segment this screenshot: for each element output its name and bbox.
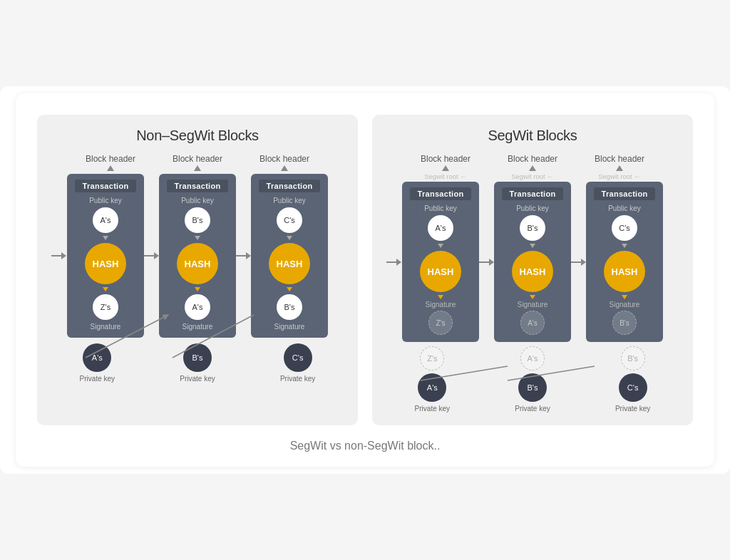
tx-label-2: Transaction bbox=[167, 180, 227, 192]
key-circle-3: C's bbox=[277, 207, 302, 233]
segwit-title: SegWit Blocks bbox=[488, 128, 577, 144]
caption: SegWit vs non-SegWit block.. bbox=[290, 440, 441, 452]
seg-spacer-h2 bbox=[571, 154, 581, 180]
arrow-down-gold-1 bbox=[103, 287, 108, 291]
non-segwit-section: Non–SegWit Blocks Block header Block hea… bbox=[37, 115, 358, 425]
arrow-down-gold-2 bbox=[195, 287, 200, 291]
hash-circle-2: HASH bbox=[177, 243, 218, 284]
seg-arrow-gold-2 bbox=[530, 295, 535, 299]
seg-header-col-1: Block header Segwit root ← bbox=[407, 154, 484, 180]
h-arrow-head-1 bbox=[154, 252, 159, 259]
segwit-ext-sigs: Z's A's B's A's Private key bbox=[382, 346, 683, 413]
seg-arrow-gold-1 bbox=[438, 295, 443, 299]
seg-pub-key-1: Public key bbox=[424, 204, 457, 212]
key-circle-2: B's bbox=[185, 207, 210, 233]
seg-tx-label-2: Transaction bbox=[502, 187, 562, 200]
sig-label-2: Signature bbox=[182, 323, 213, 331]
seg-sig-circle-inline-2: A's bbox=[520, 311, 545, 335]
h-arrow-head-2 bbox=[246, 252, 251, 259]
arrow-down-3 bbox=[287, 236, 292, 240]
seg-sig-circle-inline-1: Z's bbox=[428, 311, 453, 335]
tx-block-1: Transaction Public key A's HASH Z's Sign… bbox=[67, 174, 144, 338]
tx-label-3: Transaction bbox=[259, 180, 319, 192]
seg-block-header-1: Block header bbox=[421, 154, 471, 164]
block-header-label-1: Block header bbox=[86, 154, 135, 164]
block-header-label-2: Block header bbox=[173, 154, 222, 164]
spacer bbox=[149, 154, 159, 172]
seg-arrow-up-1 bbox=[442, 165, 449, 171]
seg-key-circle-1: A's bbox=[428, 215, 453, 241]
arrow-down-1 bbox=[103, 236, 108, 240]
seg-h-arrow-1 bbox=[479, 259, 494, 266]
non-segwit-header-col-2: Block header bbox=[159, 154, 236, 172]
seg-arrow-down-3 bbox=[622, 244, 627, 248]
segwit-headers: Block header Segwit root ← Block header … bbox=[407, 154, 658, 180]
seg-sig-label-inline-1: Signature bbox=[426, 301, 456, 308]
seg-entry-arrow bbox=[386, 259, 401, 266]
seg-connection-lines bbox=[382, 346, 683, 393]
seg-block-header-3: Block header bbox=[595, 154, 644, 164]
seg-key-circle-3: C's bbox=[612, 215, 637, 241]
seg-sig-label-inline-3: Signature bbox=[610, 301, 640, 308]
block-header-label-3: Block header bbox=[259, 154, 309, 164]
key-circle-1: A's bbox=[93, 207, 118, 233]
seg-hash-circle-1: HASH bbox=[420, 251, 461, 292]
seg-key-circle-2: B's bbox=[520, 215, 545, 241]
seg-pub-key-3: Public key bbox=[608, 204, 641, 212]
sig-circle-2: A's bbox=[185, 294, 210, 320]
non-segwit-blocks-row: Transaction Public key A's HASH Z's Sign… bbox=[67, 174, 328, 338]
tx-block-3: Transaction Public key C's HASH B's Sign… bbox=[251, 174, 328, 338]
tx-label-1: Transaction bbox=[75, 180, 135, 192]
seg-sig-label-inline-2: Signature bbox=[518, 301, 548, 308]
seg-tx-label-1: Transaction bbox=[410, 187, 471, 200]
hash-circle-1: HASH bbox=[85, 243, 126, 284]
arrow-up-3 bbox=[281, 165, 288, 171]
seg-header-col-3: Block header Segwit root ← bbox=[581, 154, 658, 180]
seg-arrow-up-3 bbox=[616, 165, 623, 171]
seg-h-line-2 bbox=[571, 261, 581, 263]
seg-h-head-2 bbox=[581, 259, 586, 266]
non-segwit-headers: Block header Block header Block header bbox=[72, 154, 323, 172]
arrow-up-2 bbox=[194, 165, 201, 171]
seg-header-col-2: Block header Segwit root ← bbox=[494, 154, 571, 180]
seg-sig-circle-inline-3: B's bbox=[612, 311, 637, 335]
h-arrow-line-2 bbox=[236, 255, 246, 256]
seg-entry-head bbox=[396, 259, 401, 266]
seg-tx-block-2: Transaction Public key B's HASH Signatur… bbox=[494, 182, 571, 342]
sig-circle-1: Z's bbox=[93, 294, 118, 320]
seg-tx-label-3: Transaction bbox=[594, 187, 654, 200]
tx-block-2: Transaction Public key B's HASH A's Sign… bbox=[159, 174, 236, 338]
non-segwit-private-keys: A's Private key B's Private key C's Priv… bbox=[47, 343, 348, 383]
arrow-down-2 bbox=[195, 236, 200, 240]
arrow-up-1 bbox=[107, 165, 114, 171]
arrow-down-gold-3 bbox=[287, 287, 292, 291]
pub-key-label-2: Public key bbox=[181, 197, 214, 204]
non-segwit-title: Non–SegWit Blocks bbox=[136, 128, 259, 144]
seg-priv-label-1: Private key bbox=[415, 405, 450, 413]
entry-arrow-head bbox=[61, 252, 66, 259]
seg-privkey-line-1 bbox=[421, 366, 508, 380]
seg-hash-circle-3: HASH bbox=[604, 251, 645, 292]
connection-lines-svg bbox=[47, 343, 348, 386]
sig-label-3: Signature bbox=[274, 323, 305, 331]
seg-h-line-1 bbox=[479, 261, 489, 263]
seg-hash-circle-2: HASH bbox=[512, 251, 553, 292]
seg-priv-label-3: Private key bbox=[615, 405, 650, 413]
seg-root-label-1: Segwit root ← bbox=[424, 172, 467, 180]
diagram-container: Non–SegWit Blocks Block header Block hea… bbox=[16, 93, 714, 467]
seg-h-head-1 bbox=[489, 259, 494, 266]
page-container: Non–SegWit Blocks Block header Block hea… bbox=[0, 86, 730, 474]
seg-arrow-down-1 bbox=[438, 244, 443, 248]
pub-key-label-3: Public key bbox=[273, 197, 306, 204]
seg-arrow-down-2 bbox=[530, 244, 535, 248]
seg-priv-label-2: Private key bbox=[515, 405, 550, 413]
hash-circle-3: HASH bbox=[269, 243, 310, 284]
seg-root-label-2: Segwit root ← bbox=[511, 172, 554, 180]
seg-arrow-gold-3 bbox=[622, 295, 627, 299]
h-arrow-2-3 bbox=[236, 252, 251, 259]
seg-block-header-2: Block header bbox=[508, 154, 557, 164]
non-segwit-header-col-3: Block header bbox=[246, 154, 323, 172]
diagrams-row: Non–SegWit Blocks Block header Block hea… bbox=[37, 115, 693, 425]
seg-root-label-3: Segwit root ← bbox=[598, 172, 641, 180]
h-arrow-line-1 bbox=[144, 255, 154, 256]
